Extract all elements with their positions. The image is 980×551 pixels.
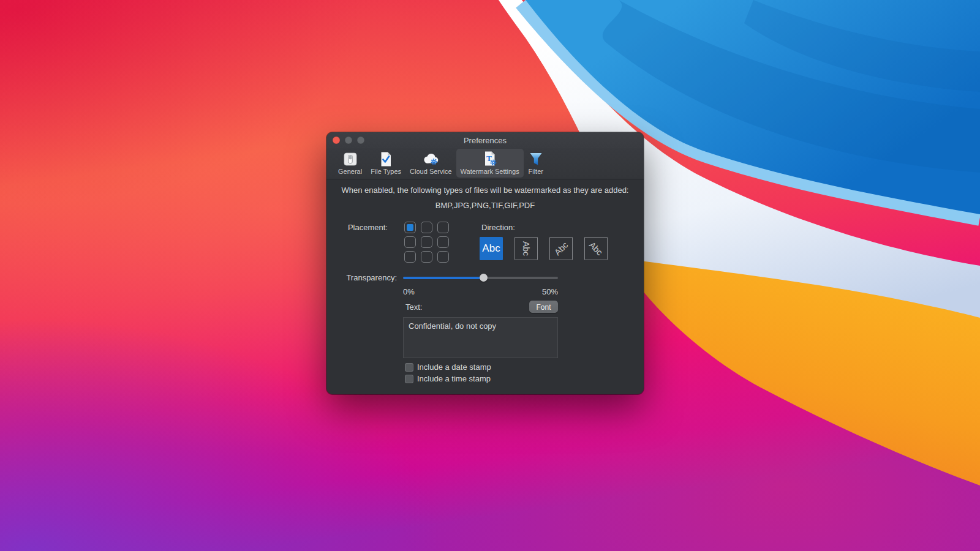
preferences-window: Preferences General Fil [326, 132, 644, 394]
date-stamp-checkbox[interactable] [405, 363, 413, 372]
tab-watermark-settings[interactable]: T Watermark Settings [456, 149, 524, 178]
time-stamp-label: Include a time stamp [417, 374, 491, 383]
tab-label: File Types [371, 168, 401, 175]
slider-fill [403, 277, 484, 279]
watermark-text-input[interactable]: Confidential, do not copy [403, 317, 558, 358]
placement-cell[interactable] [437, 236, 449, 248]
direction-horizontal-button[interactable]: Abc [480, 237, 503, 260]
cloud-gear-icon [421, 151, 440, 167]
date-stamp-row: Include a date stamp [405, 362, 491, 372]
time-stamp-checkbox[interactable] [405, 375, 413, 383]
direction-vertical-button[interactable]: Abc [514, 237, 538, 260]
tab-general[interactable]: General [334, 149, 366, 178]
toolbar: General File Types [326, 148, 644, 179]
description-text: When enabled, the following types of fil… [326, 186, 644, 195]
direction-options: Abc Abc Abc Abc [480, 237, 608, 260]
time-stamp-row: Include a time stamp [405, 374, 491, 383]
placement-cell[interactable] [437, 222, 449, 233]
date-stamp-label: Include a date stamp [417, 362, 491, 372]
transparency-max-label: 50% [542, 287, 558, 296]
placement-cell[interactable] [404, 251, 416, 263]
slider-thumb[interactable] [480, 274, 488, 282]
transparency-label: Transparency: [326, 273, 397, 282]
tab-label: Filter [529, 168, 543, 175]
placement-cell[interactable] [404, 236, 416, 248]
transparency-slider[interactable] [403, 272, 558, 283]
placement-cell[interactable] [437, 251, 449, 263]
file-types-text: BMP,JPG,PNG,TIF,GIF,PDF [326, 201, 644, 210]
tab-label: General [338, 168, 362, 175]
document-check-icon [378, 151, 394, 167]
font-button[interactable]: Font [529, 301, 558, 313]
tab-cloud-service[interactable]: Cloud Service [405, 149, 456, 178]
placement-grid [404, 222, 449, 263]
switch-icon [342, 151, 358, 167]
text-label: Text: [405, 302, 422, 312]
transparency-min-label: 0% [403, 287, 415, 296]
tab-label: Cloud Service [410, 168, 451, 175]
placement-cell[interactable] [421, 236, 432, 248]
funnel-icon [528, 151, 544, 167]
tab-file-types[interactable]: File Types [366, 149, 405, 178]
direction-diagonal-down-button[interactable]: Abc [584, 237, 608, 260]
watermark-settings-panel: When enabled, the following types of fil… [326, 179, 644, 394]
direction-label: Direction: [481, 223, 515, 232]
placement-label: Placement: [326, 223, 388, 232]
placement-cell[interactable] [421, 222, 432, 233]
transparency-range-labels: 0% 50% [403, 287, 558, 296]
placement-cell[interactable] [404, 222, 416, 233]
tab-filter[interactable]: Filter [524, 149, 548, 178]
direction-diagonal-up-button[interactable]: Abc [549, 237, 573, 260]
titlebar[interactable]: Preferences [326, 132, 644, 148]
tab-label: Watermark Settings [461, 168, 519, 175]
window-title: Preferences [326, 132, 644, 148]
placement-cell[interactable] [421, 251, 432, 263]
document-text-gear-icon: T [481, 151, 499, 167]
